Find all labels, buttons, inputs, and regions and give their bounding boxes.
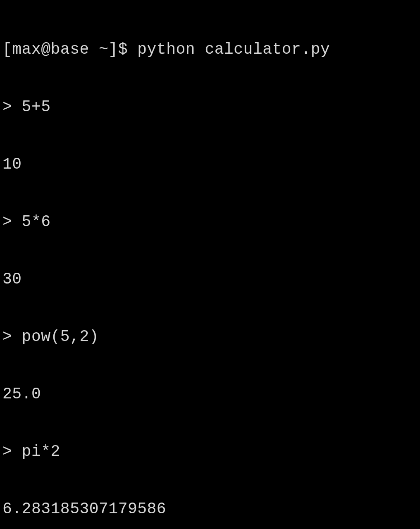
terminal-line: 6.283185307179586 — [2, 500, 418, 519]
terminal-line: > 5+5 — [2, 98, 418, 117]
terminal-line: 25.0 — [2, 385, 418, 404]
terminal-line: > pow(5,2) — [2, 327, 418, 346]
terminal-line: > 5*6 — [2, 212, 418, 231]
terminal-line: 30 — [2, 270, 418, 289]
terminal-line: > pi*2 — [2, 442, 418, 461]
terminal-line: [max@base ~]$ python calculator.py — [2, 40, 418, 59]
terminal-line: 10 — [2, 155, 418, 174]
terminal-window[interactable]: [max@base ~]$ python calculator.py > 5+5… — [0, 0, 420, 529]
